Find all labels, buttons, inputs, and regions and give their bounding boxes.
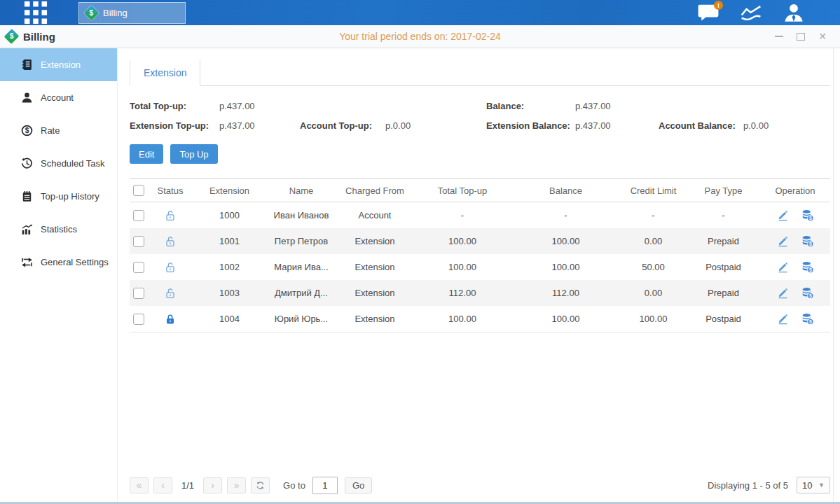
edit-icon[interactable] — [777, 209, 789, 221]
page-size-value: 10 — [802, 480, 812, 491]
chevron-down-icon — [818, 482, 825, 489]
column-header-pay-type: Pay Type — [687, 179, 760, 202]
row-checkbox-cell — [130, 254, 148, 280]
lock-closed-icon[interactable] — [165, 314, 176, 325]
extension-cell: 1003 — [193, 280, 266, 306]
account-topup-label: Account Top-up: — [300, 120, 385, 131]
billing-diamond-icon — [84, 5, 99, 20]
operation-cell: $ — [760, 228, 830, 254]
prev-page-button[interactable] — [153, 477, 172, 493]
operation-cell: $ — [760, 306, 830, 332]
column-header-credit-limit: Credit Limit — [620, 179, 687, 202]
svg-text:$: $ — [25, 127, 29, 134]
tabstrip: Extension — [130, 60, 830, 86]
notification-badge-icon — [714, 1, 723, 10]
row-checkbox[interactable] — [133, 210, 144, 221]
topup-coins-icon[interactable]: $ — [801, 313, 814, 326]
charged-from-cell: Extension — [336, 254, 413, 280]
extension-cell: 1002 — [193, 254, 266, 280]
table-row[interactable]: 1002Мария Ива...Extension100.00100.0050.… — [130, 254, 830, 280]
tab-extension[interactable]: Extension — [130, 60, 200, 86]
column-header-status: Status — [148, 179, 193, 202]
last-page-button[interactable] — [227, 477, 246, 493]
table-row[interactable]: 1004Юрий Юрь...Extension100.00100.00100.… — [130, 306, 830, 332]
row-checkbox[interactable] — [133, 236, 144, 247]
window-title: Billing — [23, 31, 55, 43]
column-header-balance: Balance — [511, 179, 620, 202]
notepad-icon — [21, 190, 33, 202]
panel-right-divider — [833, 48, 834, 502]
refresh-button[interactable] — [251, 477, 270, 493]
extensions-table: StatusExtensionNameCharged FromTotal Top… — [130, 178, 830, 332]
row-checkbox-cell — [130, 202, 148, 229]
table-row[interactable]: 1003Дмитрий Д...Extension112.00112.000.0… — [130, 280, 830, 306]
sidebar-item-rate[interactable]: $Rate — [0, 114, 117, 147]
page-size-select[interactable]: 10 — [797, 477, 830, 493]
minimize-button[interactable] — [774, 31, 784, 41]
topup-coins-icon[interactable]: $ — [801, 209, 814, 222]
sidebar-item-scheduled-task[interactable]: Scheduled Task — [0, 147, 117, 180]
person-icon — [21, 92, 33, 104]
displaying-text: Displaying 1 - 5 of 5 — [708, 480, 788, 491]
lock-open-icon[interactable] — [165, 288, 176, 299]
monitor-button[interactable] — [740, 4, 762, 22]
column-header-total-top-up: Total Top-up — [413, 179, 511, 202]
row-checkbox[interactable] — [133, 262, 144, 273]
first-page-button[interactable] — [130, 477, 149, 493]
total-topup-cell: - — [413, 202, 511, 229]
top-up-button[interactable]: Top Up — [170, 144, 217, 164]
lock-open-icon[interactable] — [165, 262, 176, 273]
table-row[interactable]: 1000Иван ИвановAccount----$ — [130, 202, 830, 229]
topbar-tab-billing[interactable]: Billing — [78, 2, 186, 24]
extension-cell: 1004 — [193, 306, 266, 332]
sidebar-item-topup-history[interactable]: Top-up History — [0, 180, 117, 213]
charged-from-cell: Extension — [336, 228, 413, 254]
table-row[interactable]: 1001Петр ПетровExtension100.00100.000.00… — [130, 228, 830, 254]
trial-notice: Your trial period ends on: 2017-02-24 — [0, 31, 840, 42]
svg-text:$: $ — [808, 293, 811, 299]
account-topup-value: p.0.00 — [385, 120, 486, 131]
goto-label: Go to — [283, 480, 305, 491]
topbar: Billing — [0, 0, 840, 25]
apps-grid-button[interactable] — [24, 2, 48, 23]
balance-cell: - — [511, 202, 620, 229]
edit-icon[interactable] — [777, 287, 789, 299]
maximize-button[interactable] — [796, 31, 806, 41]
lock-open-icon[interactable] — [165, 236, 176, 247]
messages-button[interactable] — [697, 4, 719, 22]
pay-type-cell: Prepaid — [687, 228, 760, 254]
name-cell: Дмитрий Д... — [266, 280, 336, 306]
goto-input[interactable] — [312, 477, 338, 494]
user-button[interactable] — [783, 4, 805, 22]
operation-cell: $ — [760, 280, 830, 306]
sidebar-item-statistics[interactable]: Statistics — [0, 213, 117, 246]
edit-icon[interactable] — [777, 235, 789, 247]
sidebar-item-account[interactable]: Account — [0, 81, 117, 114]
charged-from-cell: Account — [336, 202, 413, 229]
name-cell: Мария Ива... — [266, 254, 336, 280]
total-topup-cell: 112.00 — [413, 280, 511, 306]
go-button[interactable]: Go — [345, 477, 372, 493]
status-cell — [148, 228, 193, 254]
pagination-right: Displaying 1 - 5 of 5 10 — [708, 477, 830, 493]
row-checkbox[interactable] — [133, 314, 144, 325]
column-header-operation: Operation — [760, 179, 830, 202]
topup-coins-icon[interactable]: $ — [801, 261, 814, 274]
close-button[interactable] — [818, 31, 827, 41]
edit-icon[interactable] — [777, 261, 789, 273]
extension-topup-label: Extension Top-up: — [130, 120, 219, 131]
select-all-checkbox[interactable] — [133, 185, 144, 196]
lock-open-icon[interactable] — [165, 210, 176, 221]
edit-button[interactable]: Edit — [130, 144, 163, 164]
sidebar-item-general-settings[interactable]: General Settings — [0, 246, 117, 279]
sidebar-item-extension[interactable]: Extension — [0, 48, 117, 81]
sidebar: ExtensionAccount$RateScheduled TaskTop-u… — [0, 48, 118, 502]
app-body: ExtensionAccount$RateScheduled TaskTop-u… — [0, 48, 840, 502]
row-checkbox[interactable] — [133, 288, 144, 299]
topbar-tab-label: Billing — [103, 8, 128, 18]
topup-coins-icon[interactable]: $ — [801, 235, 814, 248]
account-balance-value: p.0.00 — [743, 120, 830, 131]
edit-icon[interactable] — [777, 313, 789, 325]
next-page-button[interactable] — [203, 477, 222, 493]
topup-coins-icon[interactable]: $ — [801, 287, 814, 300]
